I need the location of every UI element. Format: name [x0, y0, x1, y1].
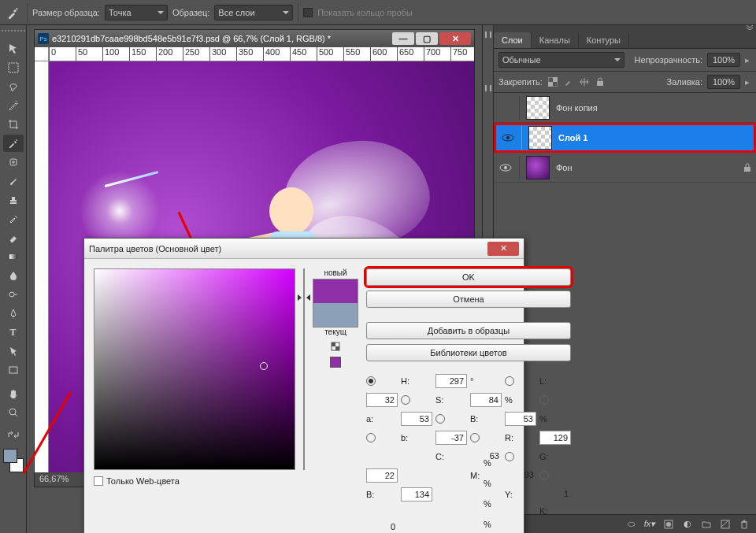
- foreground-color-swatch[interactable]: [3, 449, 17, 463]
- bv-input[interactable]: 53: [505, 412, 536, 426]
- maximize-button[interactable]: ▢: [416, 32, 438, 45]
- gradient-tool[interactable]: [3, 248, 24, 265]
- svg-point-3: [9, 292, 14, 297]
- lock-transparency-icon[interactable]: [547, 76, 558, 87]
- sample-size-label: Размер образца:: [32, 8, 100, 17]
- tab-paths[interactable]: Контуры: [579, 32, 629, 48]
- lasso-tool[interactable]: [3, 78, 24, 95]
- color-libraries-button[interactable]: Библиотеки цветов: [366, 344, 571, 361]
- layer-row[interactable]: Слой 1: [494, 123, 756, 153]
- current-color-swatch[interactable]: [313, 303, 358, 327]
- cancel-button[interactable]: Отмена: [366, 291, 571, 308]
- move-tool[interactable]: [3, 40, 24, 57]
- layer-row[interactable]: Фон копия: [494, 93, 756, 123]
- toolbox-grip[interactable]: [2, 30, 25, 36]
- color-switch-icon[interactable]: [3, 426, 24, 443]
- hand-tool[interactable]: [3, 385, 24, 402]
- svg-rect-8: [548, 82, 553, 87]
- wand-tool[interactable]: [3, 97, 24, 114]
- blend-mode-select[interactable]: Обычные: [498, 52, 624, 68]
- shape-tool[interactable]: [3, 361, 24, 379]
- radio-b[interactable]: [366, 433, 376, 442]
- dialog-titlebar[interactable]: Палитра цветов (Основной цвет) ✕: [84, 239, 524, 259]
- r-input[interactable]: 129: [539, 431, 571, 445]
- layer-thumbnail[interactable]: [528, 126, 552, 150]
- ok-button[interactable]: OK: [366, 268, 571, 286]
- mask-icon[interactable]: [663, 519, 674, 530]
- dodge-tool[interactable]: [3, 286, 24, 303]
- a-input[interactable]: 53: [401, 412, 432, 426]
- svg-rect-20: [335, 346, 339, 350]
- radio-r[interactable]: [470, 433, 480, 442]
- zoom-tool[interactable]: [3, 404, 24, 421]
- radio-bb[interactable]: [539, 471, 549, 480]
- brush-tool[interactable]: [3, 172, 24, 190]
- l-input[interactable]: 32: [366, 393, 398, 407]
- color-swatches[interactable]: [2, 449, 25, 472]
- radio-bv[interactable]: [435, 414, 445, 424]
- zoom-level[interactable]: 66,67%: [39, 474, 69, 483]
- adjustment-icon[interactable]: ◐: [682, 519, 693, 530]
- pen-tool[interactable]: [3, 305, 24, 322]
- eyedropper-tool[interactable]: [3, 135, 24, 152]
- hue-slider[interactable]: [303, 268, 305, 470]
- hue-marker[interactable]: [300, 294, 308, 301]
- add-swatch-button[interactable]: Добавить в образцы: [366, 322, 571, 339]
- visibility-toggle[interactable]: [498, 101, 513, 115]
- b-input[interactable]: -37: [435, 431, 467, 445]
- panel-tabs: Слои Каналы Контуры: [494, 30, 756, 49]
- sample-size-select[interactable]: Точка: [105, 5, 168, 20]
- layer-thumbnail[interactable]: [526, 96, 550, 120]
- lock-all-icon[interactable]: [595, 76, 606, 87]
- visibility-toggle[interactable]: [498, 161, 513, 175]
- lock-paint-icon[interactable]: [563, 76, 574, 87]
- marquee-tool[interactable]: [3, 59, 24, 76]
- tab-layers[interactable]: Слои: [494, 32, 532, 48]
- type-tool[interactable]: T: [3, 324, 24, 341]
- radio-g[interactable]: [505, 452, 514, 461]
- group-icon[interactable]: [701, 519, 712, 530]
- crop-tool[interactable]: [3, 116, 24, 133]
- new-color-swatch[interactable]: [313, 279, 358, 303]
- s-input[interactable]: 84: [470, 393, 502, 407]
- dialog-close-button[interactable]: ✕: [487, 242, 519, 256]
- healing-tool[interactable]: [3, 154, 24, 171]
- opacity-input[interactable]: 100%: [707, 53, 740, 67]
- layer-name[interactable]: Фон копия: [556, 103, 598, 113]
- eraser-tool[interactable]: [3, 229, 24, 246]
- document-titlebar[interactable]: Ps e3210291db7caae998bd548e5b91e7f3.psd …: [35, 30, 474, 47]
- current-color-label: текущ: [324, 328, 346, 336]
- closest-web-swatch[interactable]: [330, 357, 341, 368]
- radio-h[interactable]: [366, 376, 376, 386]
- link-layers-icon[interactable]: ⬭: [625, 519, 636, 530]
- layer-name[interactable]: Слой 1: [558, 133, 587, 143]
- fx-icon[interactable]: fx▾: [644, 519, 655, 530]
- sample-select[interactable]: Все слои: [214, 5, 293, 20]
- h-input[interactable]: 297: [435, 374, 467, 388]
- minimize-button[interactable]: —: [392, 32, 414, 45]
- fill-input[interactable]: 100%: [707, 75, 740, 89]
- radio-l[interactable]: [505, 376, 514, 386]
- new-layer-icon[interactable]: [720, 519, 731, 530]
- bb-input[interactable]: 134: [401, 487, 432, 502]
- visibility-toggle[interactable]: [501, 131, 515, 145]
- layer-thumbnail[interactable]: [526, 156, 550, 180]
- layer-name[interactable]: Фон: [556, 163, 573, 172]
- radio-a[interactable]: [539, 395, 549, 405]
- layer-row[interactable]: Фон: [494, 153, 756, 183]
- delete-layer-icon[interactable]: [739, 519, 750, 530]
- saturation-value-picker[interactable]: [94, 268, 295, 470]
- lock-position-icon[interactable]: [579, 76, 590, 87]
- path-select-tool[interactable]: [3, 342, 24, 360]
- show-ring-checkbox[interactable]: [303, 8, 313, 17]
- tab-channels[interactable]: Каналы: [532, 32, 579, 48]
- history-brush-tool[interactable]: [3, 210, 24, 228]
- radio-s[interactable]: [401, 395, 410, 405]
- gamut-warning-icon[interactable]: [330, 341, 341, 352]
- g-input[interactable]: 22: [366, 468, 398, 483]
- close-button[interactable]: ✕: [439, 32, 471, 45]
- stamp-tool[interactable]: [3, 191, 24, 209]
- web-only-checkbox[interactable]: [94, 476, 103, 486]
- blur-tool[interactable]: [3, 267, 24, 284]
- sv-marker[interactable]: [260, 362, 268, 370]
